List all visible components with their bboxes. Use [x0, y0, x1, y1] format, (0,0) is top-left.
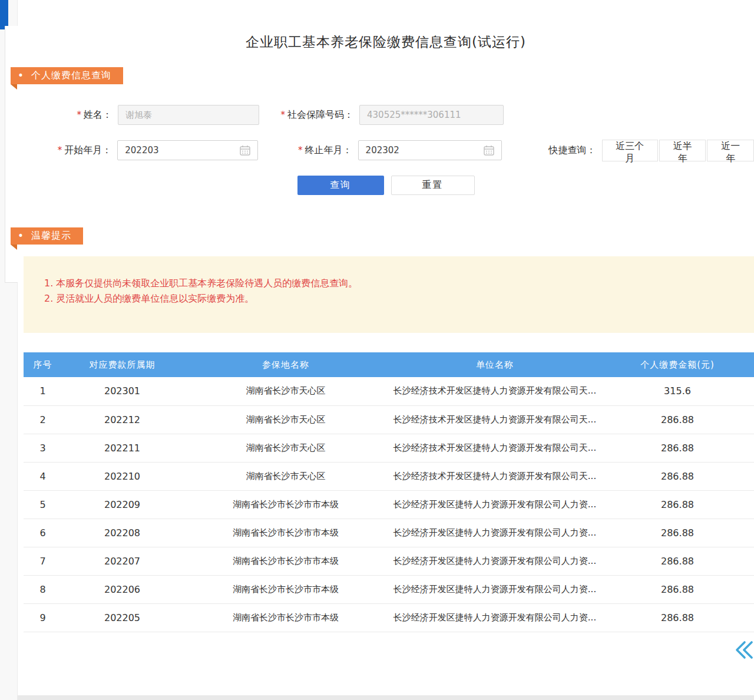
table-cell: 1	[24, 377, 62, 405]
table-cell: 7	[24, 547, 62, 575]
table-cell: 202211	[62, 434, 183, 462]
ssn-input: 430525******306111	[359, 105, 504, 125]
table-cell: 湖南省长沙市天心区	[183, 434, 389, 462]
start-month-label-text: 开始年月：	[64, 144, 111, 156]
ssn-label: *社会保障号码：	[259, 109, 359, 121]
table-cell: 湖南省长沙市长沙市市本级	[183, 603, 389, 632]
required-asterisk: *	[58, 145, 62, 156]
main-panel: 企业职工基本养老保险缴费信息查询(试运行) • 个人缴费信息查询 *姓名： 谢旭…	[18, 0, 754, 700]
section-badge-tips: • 温馨提示	[11, 227, 83, 245]
table-cell: 202207	[62, 547, 183, 575]
notice-line: 2. 灵活就业人员的缴费单位信息以实际缴费为准。	[44, 291, 742, 306]
table-cell: 长沙经济开发区捷特人力资源开发有限公司人力资...	[389, 603, 601, 632]
required-asterisk: *	[298, 145, 303, 156]
table-cell: 286.88	[601, 603, 754, 632]
table-row: 6202208湖南省长沙市长沙市市本级长沙经济开发区捷特人力资源开发有限公司人力…	[24, 519, 754, 547]
table-cell: 湖南省长沙市长沙市市本级	[183, 519, 389, 547]
table-cell: 长沙经济技术开发区捷特人力资源开发有限公司天...	[389, 434, 601, 462]
table-header-cell: 单位名称	[389, 352, 601, 377]
table-cell: 286.88	[601, 547, 754, 575]
table-row: 8202206湖南省长沙市长沙市市本级长沙经济开发区捷特人力资源开发有限公司人力…	[24, 575, 754, 603]
table-row: 5202209湖南省长沙市长沙市市本级长沙经济开发区捷特人力资源开发有限公司人力…	[24, 490, 754, 519]
left-rail	[0, 0, 18, 700]
table-cell: 长沙经济开发区捷特人力资源开发有限公司人力资...	[389, 547, 601, 575]
form-row-period: *开始年月： 202203 *终止年月： 202302	[18, 140, 754, 161]
table-cell: 202205	[62, 603, 183, 632]
quick-query-group: 快捷查询： 近三个月近半年近一年	[549, 140, 754, 161]
section-badge-label: 个人缴费信息查询	[31, 70, 111, 82]
name-value: 谢旭泰	[125, 110, 152, 121]
form-buttons-row: 查询 重置	[18, 176, 754, 195]
quick-query-button-0[interactable]: 近三个月	[602, 140, 658, 161]
table-cell: 湖南省长沙市天心区	[183, 462, 389, 490]
table-cell: 286.88	[601, 434, 754, 462]
section-badge-personal-query: • 个人缴费信息查询	[11, 67, 123, 84]
ssn-value: 430525******306111	[367, 110, 461, 120]
table-cell: 湖南省长沙市长沙市市本级	[183, 547, 389, 575]
name-label: *姓名：	[18, 109, 118, 121]
table-cell: 286.88	[601, 575, 754, 603]
table-cell: 5	[24, 490, 62, 519]
ribbon-fold	[11, 84, 17, 90]
table-body: 1202301湖南省长沙市天心区长沙经济技术开发区捷特人力资源开发有限公司天..…	[24, 377, 754, 632]
table-cell: 湖南省长沙市天心区	[183, 377, 389, 405]
table-cell: 286.88	[601, 519, 754, 547]
name-label-text: 姓名：	[84, 109, 112, 120]
required-asterisk: *	[77, 110, 82, 120]
double-chevron-left-icon[interactable]	[733, 639, 754, 661]
table-cell: 202208	[62, 519, 183, 547]
end-month-label: *终止年月：	[258, 144, 358, 157]
query-button[interactable]: 查询	[297, 176, 384, 195]
reset-button[interactable]: 重置	[391, 176, 475, 195]
payment-table: 序号对应费款所属期参保地名称单位名称个人缴费金额(元) 1202301湖南省长沙…	[24, 352, 754, 632]
ribbon-fold	[11, 245, 17, 250]
table-cell: 湖南省长沙市天心区	[183, 405, 389, 434]
bottom-strip	[18, 695, 754, 700]
bullet-icon: •	[18, 231, 24, 241]
table-cell: 9	[24, 603, 62, 632]
quick-query-button-1[interactable]: 近半年	[659, 140, 706, 161]
table-row: 7202207湖南省长沙市长沙市市本级长沙经济开发区捷特人力资源开发有限公司人力…	[24, 547, 754, 575]
table-cell: 长沙经济开发区捷特人力资源开发有限公司人力资...	[389, 575, 601, 603]
table-cell: 286.88	[601, 462, 754, 490]
table-cell: 286.88	[601, 405, 754, 434]
table-cell: 202210	[62, 462, 183, 490]
calendar-icon[interactable]	[240, 145, 250, 156]
table-cell: 202206	[62, 575, 183, 603]
page-title: 企业职工基本养老保险缴费信息查询(试运行)	[18, 33, 754, 51]
table-row: 1202301湖南省长沙市天心区长沙经济技术开发区捷特人力资源开发有限公司天..…	[24, 377, 754, 405]
table-row: 9202205湖南省长沙市长沙市市本级长沙经济开发区捷特人力资源开发有限公司人力…	[24, 603, 754, 632]
table-cell: 长沙经济技术开发区捷特人力资源开发有限公司天...	[389, 377, 601, 405]
end-month-input[interactable]: 202302	[358, 140, 502, 160]
table-cell: 3	[24, 434, 62, 462]
table-header-cell: 对应费款所属期	[62, 352, 183, 377]
table-header-cell: 序号	[24, 352, 62, 377]
table-cell: 长沙经济技术开发区捷特人力资源开发有限公司天...	[389, 462, 601, 490]
table-cell: 湖南省长沙市长沙市市本级	[183, 575, 389, 603]
form-row-identity: *姓名： 谢旭泰 *社会保障号码： 430525******306111	[18, 104, 754, 126]
name-input: 谢旭泰	[118, 105, 259, 125]
start-month-label: *开始年月：	[18, 144, 117, 157]
table-row: 3202211湖南省长沙市天心区长沙经济技术开发区捷特人力资源开发有限公司天..…	[24, 434, 754, 462]
quick-query-button-2[interactable]: 近一年	[707, 140, 754, 161]
sidebar-blue-tab[interactable]	[0, 0, 8, 29]
table-cell: 286.88	[601, 490, 754, 519]
table-cell: 长沙经济技术开发区捷特人力资源开发有限公司天...	[389, 405, 601, 434]
table-header-cell: 个人缴费金额(元)	[601, 352, 754, 377]
quick-query-label: 快捷查询：	[549, 144, 596, 157]
table-cell: 202301	[62, 377, 183, 405]
table-cell: 202209	[62, 490, 183, 519]
end-month-value: 202302	[366, 145, 399, 156]
quick-query-buttons: 近三个月近半年近一年	[601, 140, 754, 161]
calendar-icon[interactable]	[484, 145, 494, 156]
start-month-input[interactable]: 202203	[117, 140, 258, 160]
table-row: 2202212湖南省长沙市天心区长沙经济技术开发区捷特人力资源开发有限公司天..…	[24, 405, 754, 434]
bullet-icon: •	[18, 71, 24, 81]
table-header-row: 序号对应费款所属期参保地名称单位名称个人缴费金额(元)	[24, 352, 754, 377]
table-cell: 202212	[62, 405, 183, 434]
notice-line: 1. 本服务仅提供尚未领取企业职工基本养老保险待遇人员的缴费信息查询。	[44, 276, 742, 291]
ssn-label-text: 社会保障号码：	[287, 109, 353, 120]
table-cell: 2	[24, 405, 62, 434]
start-month-value: 202203	[125, 145, 158, 156]
table-header-cell: 参保地名称	[183, 352, 389, 377]
